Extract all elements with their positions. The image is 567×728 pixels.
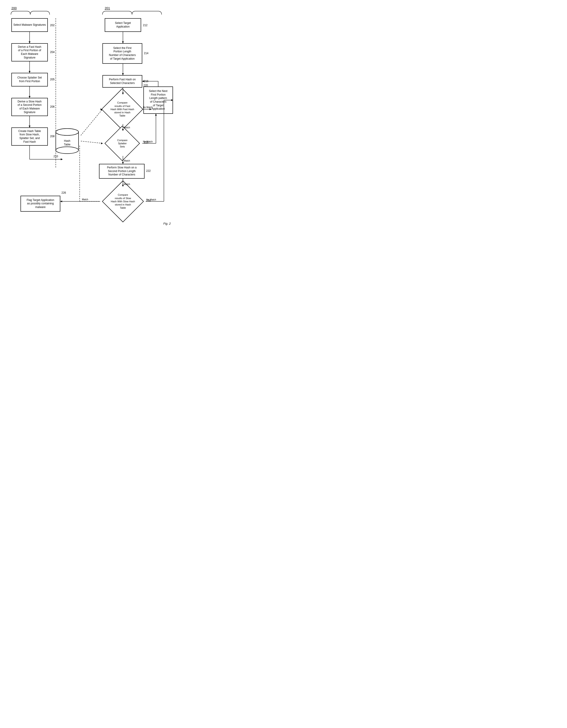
- svg-marker-14: [61, 158, 63, 160]
- box-212: Select TargetApplication: [105, 18, 141, 32]
- box-214: Select the FirstPortion LengthNumber of …: [102, 43, 142, 64]
- box-202: Select Malware Signatures: [11, 18, 48, 32]
- box-205: Choose Splatter Setfrom First Portion: [11, 73, 48, 86]
- diamond-218: Compareresults of FastHash With Fast Has…: [98, 94, 147, 124]
- label-214: 214: [144, 52, 148, 55]
- label-226: 226: [61, 191, 66, 194]
- svg-point-2: [56, 147, 79, 154]
- label-212: 212: [143, 24, 147, 27]
- label-219: 219: [144, 141, 148, 144]
- box-216: Perform Fast Hash onSelected Characters: [102, 75, 142, 88]
- svg-line-43: [81, 141, 103, 143]
- label-224: 224: [146, 199, 151, 202]
- diamond-219: CompareSplatterSets: [102, 131, 142, 156]
- label-222: 222: [146, 169, 151, 172]
- right-brace-svg: [100, 10, 164, 16]
- svg-point-3: [56, 129, 79, 135]
- label-220: 220: [143, 84, 148, 87]
- left-brace-svg: [9, 10, 50, 16]
- diamond-224: Compareresults of SlowHash With Slow Has…: [100, 187, 146, 216]
- label-204: 204: [50, 51, 55, 54]
- box-204: Derive a Fast Hashof a First Portion ofE…: [11, 43, 48, 61]
- svg-marker-5: [29, 41, 31, 43]
- label-206: 206: [50, 105, 55, 108]
- svg-marker-11: [29, 126, 31, 127]
- svg-marker-9: [29, 96, 31, 98]
- fig-label: Fig. 2: [163, 222, 171, 225]
- label-match2: Match: [124, 160, 130, 162]
- svg-marker-7: [29, 71, 31, 73]
- svg-marker-16: [122, 41, 124, 43]
- cylinder-label: HashTable: [53, 139, 81, 146]
- arrows-svg: Match No Match No Match Match Match Matc…: [5, 5, 173, 228]
- svg-marker-30: [155, 114, 157, 116]
- box-222: Perform Slow Hash on aSecond Portion Len…: [99, 164, 145, 179]
- label-210: 210: [53, 155, 58, 158]
- svg-marker-18: [122, 73, 124, 75]
- group-label-200: 200: [11, 6, 17, 10]
- label-202: 202: [50, 24, 55, 27]
- box-220: Select the NextFirst PortionLength patte…: [143, 86, 173, 114]
- box-226: Flag Target Applicationas possibly conta…: [20, 196, 60, 212]
- label-match4: Match: [82, 198, 88, 201]
- svg-marker-36: [60, 200, 62, 202]
- box-208: Create Hash Tablefrom Slow Hash,Splatter…: [11, 127, 48, 146]
- svg-marker-32: [122, 162, 124, 164]
- box-206: Derive a Slow Hashof a Second Portionof …: [11, 98, 48, 116]
- label-205: 205: [50, 78, 55, 81]
- cylinder-hash-table: HashTable: [53, 127, 81, 155]
- label-216: 216: [144, 80, 148, 83]
- diagram: 200 201 Select Malware Signatures 202 De…: [5, 5, 173, 228]
- group-label-201: 201: [105, 6, 110, 10]
